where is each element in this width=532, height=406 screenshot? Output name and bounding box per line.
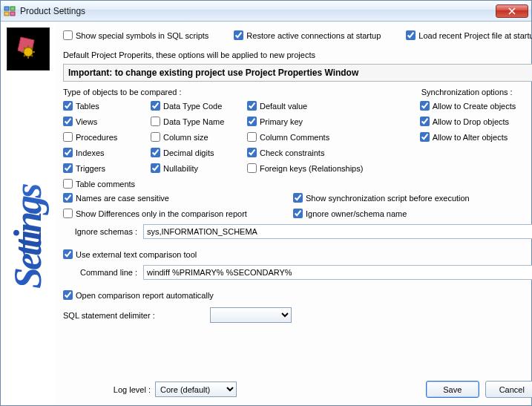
window: Product Settings	[0, 0, 532, 406]
chk-restore-connections[interactable]: Restore active connections at startup	[234, 30, 381, 40]
ignore-schemas-input[interactable]	[143, 224, 532, 239]
compare-header: Type of objects to be compared :	[63, 88, 421, 96]
command-line-label: Command line :	[63, 268, 137, 277]
chk-column-size[interactable]: Column size	[151, 132, 247, 142]
dialog-body: Settings Show special symbols in SQL scr…	[1, 22, 531, 405]
svg-line-13	[31, 48, 33, 49]
chk-tables[interactable]: Tables	[63, 101, 151, 111]
log-level-label: Log level :	[63, 385, 151, 394]
chk-table-comments[interactable]: Table comments	[63, 179, 151, 189]
chk-allow-alter[interactable]: Allow to Alter objects	[420, 132, 532, 142]
close-icon	[508, 7, 516, 15]
chk-views[interactable]: Views	[63, 117, 151, 126]
titlebar: Product Settings	[1, 1, 531, 22]
chk-open-report[interactable]: Open comparison report automatically	[63, 290, 532, 300]
chk-case-sensitive[interactable]: Names are case sensitive	[63, 193, 293, 203]
sql-delimiter-label: SQL statement delimiter :	[63, 311, 210, 320]
chk-procedures[interactable]: Procedures	[63, 132, 151, 142]
svg-rect-2	[4, 12, 9, 16]
important-notice: Important: to change existing project us…	[63, 64, 532, 82]
chk-show-special[interactable]: Show special symbols in SQL scripts	[63, 30, 208, 40]
window-title: Product Settings	[20, 6, 496, 16]
chk-allow-create[interactable]: Allow to Create objects	[420, 101, 532, 111]
chk-allow-drop[interactable]: Allow to Drop objects	[420, 117, 532, 126]
sidebar-label: Settings	[5, 75, 51, 399]
content-area: Show special symbols in SQL scripts Rest…	[56, 22, 532, 405]
save-button[interactable]: Save	[426, 381, 479, 398]
chk-dt-name[interactable]: Data Type Name	[151, 117, 247, 126]
chk-nullability[interactable]: Nullability	[151, 163, 247, 173]
svg-line-12	[24, 55, 25, 56]
chk-default-value[interactable]: Default value	[247, 101, 373, 111]
ignore-schemas-label: Ignore schemas :	[63, 227, 137, 236]
svg-line-11	[31, 55, 33, 56]
command-line-input[interactable]	[143, 265, 532, 280]
sidebar: Settings	[1, 22, 56, 405]
chk-dt-code[interactable]: Data Type Code	[151, 101, 247, 111]
chk-ignore-owner[interactable]: Ignore owner/schema name	[293, 209, 532, 218]
chk-diff-only[interactable]: Show Differences only in the comparison …	[63, 209, 293, 218]
chk-triggers[interactable]: Triggers	[63, 163, 151, 173]
svg-line-10	[24, 48, 25, 49]
svg-rect-1	[10, 7, 15, 10]
svg-rect-0	[4, 7, 9, 10]
chk-show-sync-script[interactable]: Show synchronization script before execu…	[293, 193, 532, 203]
default-caption: Default Project Properits, these options…	[63, 50, 532, 59]
chk-check-constraints[interactable]: Check constraints	[247, 148, 373, 157]
svg-rect-3	[10, 12, 15, 16]
chk-indexes[interactable]: Indexes	[63, 148, 151, 157]
product-icon	[7, 27, 50, 71]
chk-primary-key[interactable]: Primary key	[247, 117, 373, 126]
close-button[interactable]	[496, 4, 528, 18]
chk-column-comments[interactable]: Column Comments	[247, 132, 373, 142]
chk-use-external-tool[interactable]: Use external text comparison tool	[63, 249, 532, 259]
sql-delimiter-select[interactable]	[210, 307, 292, 323]
sync-header: Synchronization options :	[421, 88, 532, 96]
chk-decimal-digits[interactable]: Decimal digits	[151, 148, 247, 157]
cancel-button[interactable]: Cancel	[485, 381, 532, 398]
log-level-select[interactable]: Core (default)	[155, 382, 237, 397]
chk-foreign-keys[interactable]: Foreign keys (Relationships)	[247, 163, 373, 173]
chk-load-recent[interactable]: Load recent Project file at startup	[406, 30, 532, 40]
app-icon	[4, 5, 16, 17]
